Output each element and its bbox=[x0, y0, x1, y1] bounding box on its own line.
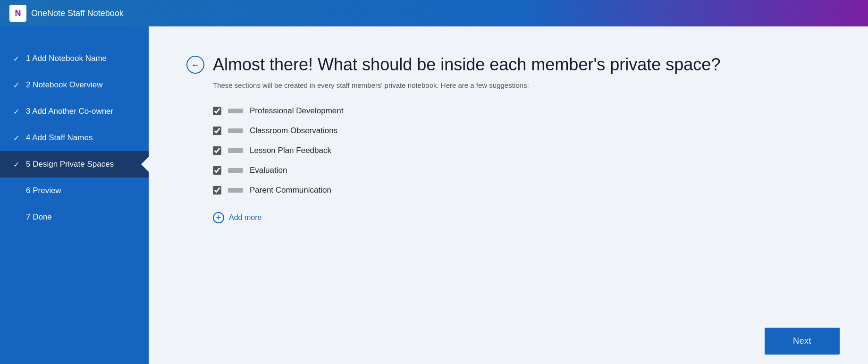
section-name-1: Professional Development bbox=[250, 106, 343, 116]
onenote-logo-icon: N bbox=[9, 5, 26, 22]
sidebar-label-1: 1 Add Notebook Name bbox=[26, 54, 107, 63]
section-item-2: Classroom Observations bbox=[213, 126, 830, 135]
page-subtitle: These sections will be created in every … bbox=[213, 81, 830, 89]
page-title: Almost there! What should be inside each… bbox=[213, 55, 720, 75]
section-name-4: Evaluation bbox=[250, 166, 287, 175]
section-icon-5 bbox=[228, 188, 243, 193]
section-name-5: Parent Communication bbox=[250, 186, 331, 195]
section-icon-2 bbox=[228, 128, 243, 133]
section-item-5: Parent Communication bbox=[213, 186, 830, 195]
section-item-3: Lesson Plan Feedback bbox=[213, 146, 830, 155]
app-header: N OneNote Staff Notebook bbox=[0, 0, 868, 26]
sidebar: ✓ 1 Add Notebook Name ✓ 2 Notebook Overv… bbox=[0, 26, 149, 364]
section-icon-4 bbox=[228, 168, 243, 173]
section-item-1: Professional Development bbox=[213, 106, 830, 116]
section-checkbox-3[interactable] bbox=[213, 146, 221, 155]
checkmark-icon-3: ✓ bbox=[13, 107, 19, 116]
checkmark-icon-5: ✓ bbox=[13, 160, 19, 169]
sidebar-item-5[interactable]: ✓ 5 Design Private Spaces bbox=[0, 151, 149, 178]
sidebar-item-2[interactable]: ✓ 2 Notebook Overview bbox=[0, 72, 149, 98]
sidebar-item-7[interactable]: ✓ 7 Done bbox=[0, 204, 149, 230]
sidebar-item-3[interactable]: ✓ 3 Add Another Co-owner bbox=[0, 98, 149, 125]
sidebar-label-6: 6 Preview bbox=[26, 186, 61, 195]
main-content: ← Almost there! What should be inside ea… bbox=[149, 26, 868, 318]
sidebar-item-6[interactable]: ✓ 6 Preview bbox=[0, 178, 149, 204]
section-icon-3 bbox=[228, 148, 243, 153]
section-item-4: Evaluation bbox=[213, 166, 830, 175]
section-checkbox-5[interactable] bbox=[213, 186, 221, 195]
checkmark-icon-4: ✓ bbox=[13, 134, 19, 143]
sidebar-label-5: 5 Design Private Spaces bbox=[26, 160, 114, 169]
main-layout: ✓ 1 Add Notebook Name ✓ 2 Notebook Overv… bbox=[0, 26, 868, 364]
sidebar-label-4: 4 Add Staff Names bbox=[26, 133, 93, 143]
section-name-2: Classroom Observations bbox=[250, 126, 337, 135]
logo-container: N OneNote Staff Notebook bbox=[9, 5, 124, 22]
add-more-label: Add more bbox=[229, 213, 261, 222]
sidebar-item-4[interactable]: ✓ 4 Add Staff Names bbox=[0, 125, 149, 151]
back-button[interactable]: ← bbox=[186, 56, 204, 74]
checkmark-icon-1: ✓ bbox=[13, 54, 19, 63]
section-checkbox-1[interactable] bbox=[213, 107, 221, 115]
app-title: OneNote Staff Notebook bbox=[31, 8, 124, 18]
footer: Next bbox=[149, 318, 868, 364]
section-checkbox-4[interactable] bbox=[213, 166, 221, 175]
section-checkbox-2[interactable] bbox=[213, 127, 221, 135]
sidebar-label-3: 3 Add Another Co-owner bbox=[26, 107, 113, 116]
sections-list: Professional Development Classroom Obser… bbox=[213, 106, 830, 195]
page-header: ← Almost there! What should be inside ea… bbox=[186, 55, 830, 75]
add-more-circle-icon: + bbox=[213, 212, 224, 223]
next-button[interactable]: Next bbox=[765, 328, 840, 355]
section-name-3: Lesson Plan Feedback bbox=[250, 146, 331, 155]
sidebar-item-1[interactable]: ✓ 1 Add Notebook Name bbox=[0, 45, 149, 72]
checkmark-icon-2: ✓ bbox=[13, 81, 19, 90]
add-more-button[interactable]: + Add more bbox=[213, 212, 830, 223]
section-icon-1 bbox=[228, 109, 243, 113]
sidebar-label-2: 2 Notebook Overview bbox=[26, 80, 103, 90]
sidebar-label-7: 7 Done bbox=[26, 212, 52, 222]
